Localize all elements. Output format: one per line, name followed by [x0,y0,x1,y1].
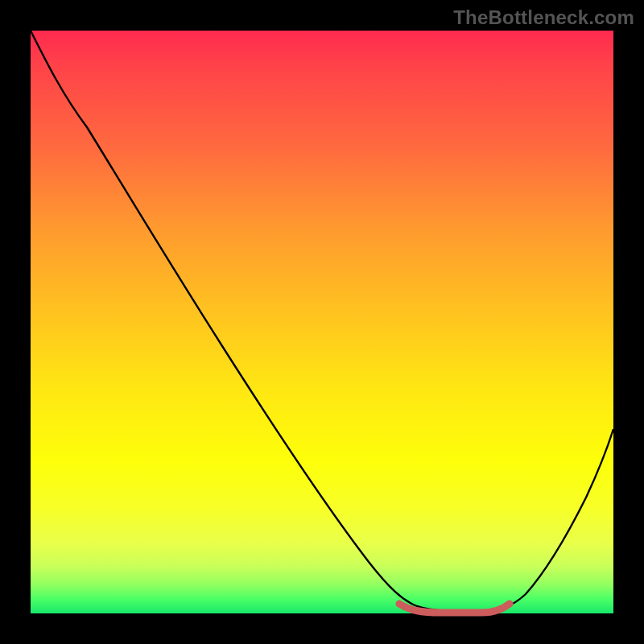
bottleneck-curve [31,31,613,612]
watermark-text: TheBottleneck.com [453,6,634,29]
chart-frame: TheBottleneck.com [0,0,644,644]
chart-svg [31,31,613,613]
chart-plot-area [31,31,613,613]
